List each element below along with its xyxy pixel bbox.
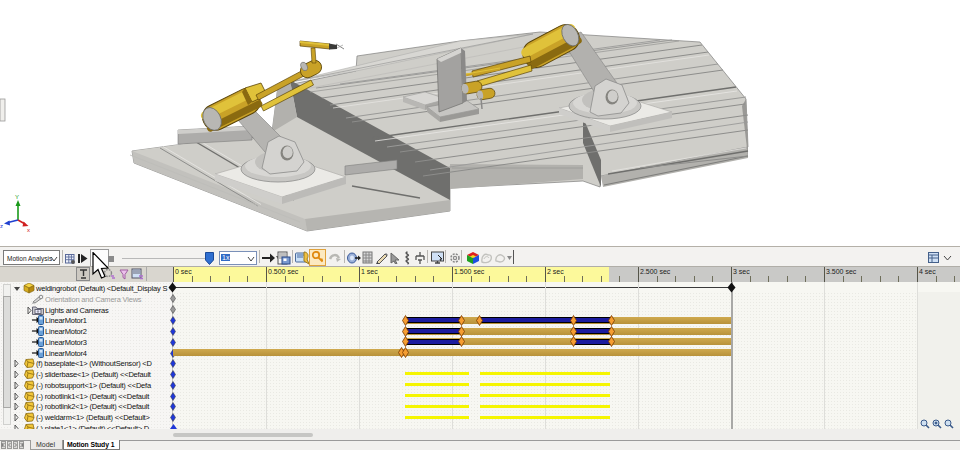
svg-text:x: x [27,227,30,233]
svg-text:z: z [0,223,3,229]
svg-text:Y: Y [15,194,19,200]
